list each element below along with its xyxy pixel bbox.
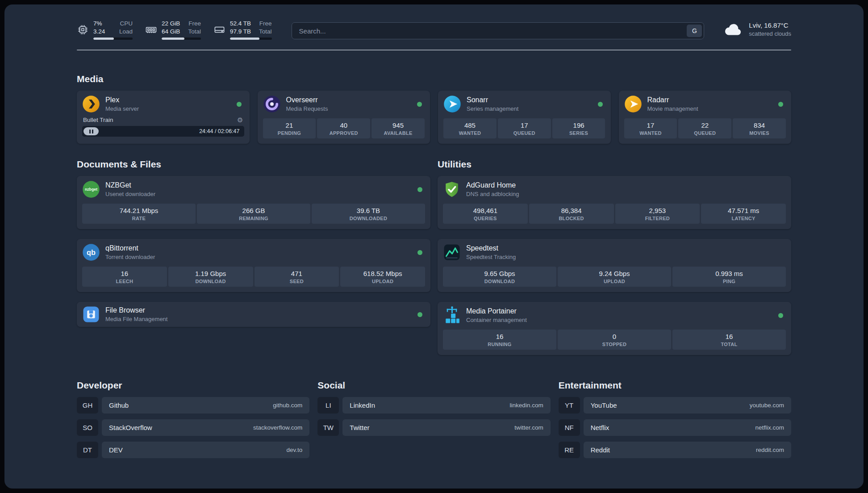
bookmark-abbr: GH	[77, 397, 98, 414]
group-title-entertainment: Entertainment	[559, 380, 791, 391]
service-stats: 9.65 GbpsDOWNLOAD 9.24 GbpsUPLOAD 0.993 …	[443, 267, 786, 287]
bookmark-url: reddit.com	[756, 447, 784, 453]
bookmark-youtube[interactable]: YT YouTubeyoutube.com	[559, 397, 791, 414]
bookmark-github[interactable]: GH Githubgithub.com	[77, 397, 309, 414]
stat-value: 22	[680, 121, 730, 129]
group-title-developer: Developer	[77, 380, 309, 391]
stat-value: 196	[554, 121, 604, 129]
bookmark-name: Netflix	[591, 424, 609, 431]
stat-label: UPLOAD	[559, 279, 669, 284]
stat-value: 471	[256, 270, 338, 277]
now-playing-title: Bullet Train	[83, 117, 113, 123]
service-card-speedtest[interactable]: Speedtest Speedtest Tracking 9.65 GbpsDO…	[438, 239, 791, 292]
bookmark-netflix[interactable]: NF Netflixnetflix.com	[559, 419, 791, 436]
memory-total-value: 64 GiB	[162, 28, 180, 36]
stat-tile: 618.52 MbpsUPLOAD	[340, 267, 425, 287]
stat-tile: 744.21 MbpsRATE	[82, 204, 196, 224]
weather-text: Lviv, 16.87°C scattered clouds	[749, 21, 791, 37]
bookmark-twitter[interactable]: TW Twittertwitter.com	[317, 419, 550, 436]
stat-tile: 16TOTAL	[672, 330, 786, 350]
group-utilities: Utilities AdGuard Home DNS and adblockin…	[438, 159, 791, 355]
cpu-readout: 7%CPU 3.24Load	[93, 20, 133, 40]
stat-label: QUERIES	[445, 216, 526, 221]
stat-tile: 39.6 TBDOWNLOADED	[312, 204, 425, 224]
service-card-qbittorrent[interactable]: qb qBittorrent Torrent downloader 16LEEC…	[77, 239, 430, 292]
stat-label: TOTAL	[674, 342, 784, 347]
bookmark-url: github.com	[273, 402, 302, 409]
media-cards: Plex Media server Bullet Train ⚙ 24:44 /…	[77, 91, 791, 144]
service-header: File Browser Media File Management	[82, 305, 425, 323]
service-card-adguard[interactable]: AdGuard Home DNS and adblocking 498,461Q…	[438, 176, 791, 229]
stat-label: MOVIES	[734, 130, 784, 136]
group-title-social: Social	[317, 380, 550, 391]
stat-value: 266 GB	[199, 207, 309, 214]
service-card-sonarr[interactable]: Sonarr Series management 485WANTED 17QUE…	[438, 91, 611, 144]
player-progress-bar[interactable]: 24:44 / 02:06:47	[82, 126, 244, 137]
stat-tile: 471SEED	[255, 267, 339, 287]
svg-text:nzbget: nzbget	[85, 188, 97, 192]
portainer-icon	[443, 306, 461, 324]
service-card-filebrowser[interactable]: File Browser Media File Management	[77, 302, 430, 327]
service-stats: 21PENDING 40APPROVED 945AVAILABLE	[263, 118, 425, 138]
stat-label: DOWNLOADED	[313, 216, 423, 221]
bookmark-stackoverflow[interactable]: SO StackOverflowstackoverflow.com	[77, 419, 309, 436]
stat-value: 1.19 Gbps	[170, 270, 251, 277]
group-title-utilities: Utilities	[438, 159, 791, 170]
bookmark-abbr: LI	[317, 397, 339, 414]
bookmark-name: LinkedIn	[350, 401, 375, 409]
stat-label: LATENCY	[703, 216, 784, 221]
stat-label: RUNNING	[445, 342, 555, 347]
stat-value: 17	[626, 121, 676, 129]
bookmark-url: linkedin.com	[510, 402, 543, 409]
search-provider-button[interactable]: G	[687, 25, 702, 37]
stat-tile: 834MOVIES	[733, 118, 786, 138]
memory-bar	[162, 38, 201, 40]
service-subtitle: Media File Management	[105, 316, 167, 322]
stat-label: DOWNLOAD	[445, 279, 555, 284]
cloud-icon	[724, 23, 743, 36]
service-header: Media Portainer Container management	[443, 306, 786, 324]
plex-now-playing: Bullet Train ⚙ 24:44 / 02:06:47	[82, 117, 244, 137]
stat-value: 9.24 Gbps	[559, 270, 669, 277]
bookmark-dev[interactable]: DT DEVdev.to	[77, 442, 309, 458]
stat-tile: 9.65 GbpsDOWNLOAD	[443, 267, 556, 287]
resource-widgets: 7%CPU 3.24Load 22 GiBFree 64 GiBTotal	[77, 20, 272, 40]
top-bar: 7%CPU 3.24Load 22 GiBFree 64 GiBTotal	[77, 20, 791, 40]
disk-total-label: Total	[259, 28, 272, 36]
service-card-nzbget[interactable]: nzbget NZBGet Usenet downloader 744.21 M…	[77, 176, 430, 229]
bookmark-url: youtube.com	[750, 402, 784, 409]
stat-value: 0	[559, 333, 669, 340]
service-name: NZBGet	[105, 181, 155, 189]
stat-value: 0.993 ms	[674, 270, 784, 277]
service-card-portainer[interactable]: Media Portainer Container management 16R…	[438, 302, 791, 355]
gear-icon[interactable]: ⚙	[237, 117, 243, 123]
screen: 7%CPU 3.24Load 22 GiBFree 64 GiBTotal	[0, 0, 868, 493]
stat-label: LEECH	[84, 279, 165, 284]
service-card-radarr[interactable]: Radarr Movie management 17WANTED 22QUEUE…	[619, 91, 792, 144]
bookmark-abbr: DT	[77, 442, 98, 458]
overseerr-icon	[263, 95, 281, 113]
status-dot	[417, 102, 422, 107]
pause-icon[interactable]	[83, 127, 99, 135]
bookmark-url: netflix.com	[755, 424, 784, 431]
service-subtitle: Movie management	[647, 105, 698, 112]
disk-total-value: 97.9 TB	[230, 28, 251, 36]
bookmark-reddit[interactable]: RE Redditreddit.com	[559, 442, 791, 458]
stat-tile: 47.571 msLATENCY	[701, 204, 786, 224]
stat-label: REMAINING	[199, 216, 309, 221]
bookmark-linkedin[interactable]: LI LinkedInlinkedin.com	[317, 397, 550, 414]
bookmark-name: Twitter	[350, 424, 369, 431]
stat-tile: 86,384BLOCKED	[529, 204, 614, 224]
bookmark-url: twitter.com	[514, 424, 543, 431]
speedtest-icon	[443, 243, 461, 261]
memory-icon	[145, 24, 157, 36]
service-card-overseerr[interactable]: Overseerr Media Requests 21PENDING 40APP…	[258, 91, 430, 144]
status-dot	[417, 250, 422, 255]
disk-free-label: Free	[259, 20, 272, 28]
service-card-plex[interactable]: Plex Media server Bullet Train ⚙ 24:44 /…	[77, 91, 250, 144]
stat-label: AVAILABLE	[373, 130, 423, 136]
stat-value: 945	[373, 121, 423, 129]
stat-tile: 266 GBREMAINING	[197, 204, 310, 224]
search-input[interactable]	[292, 22, 705, 39]
adguard-icon	[443, 180, 461, 198]
